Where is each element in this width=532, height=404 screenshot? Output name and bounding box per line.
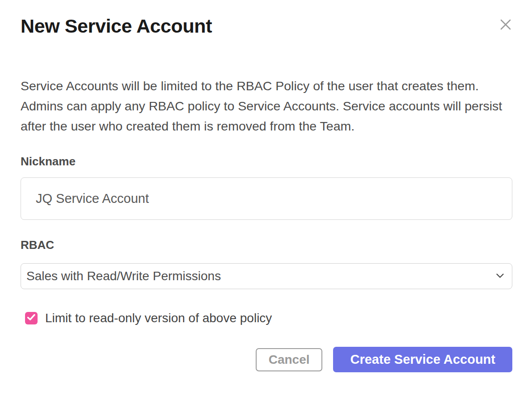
modal-header: New Service Account bbox=[21, 15, 512, 37]
rbac-label: RBAC bbox=[21, 238, 512, 252]
close-button[interactable] bbox=[499, 18, 512, 31]
nickname-input[interactable] bbox=[21, 177, 512, 220]
modal-description: Service Accounts will be limited to the … bbox=[21, 76, 512, 136]
rbac-selected-value: Sales with Read/Write Permissions bbox=[26, 269, 221, 283]
rbac-select[interactable]: Sales with Read/Write Permissions bbox=[21, 263, 512, 289]
limit-readonly-label: Limit to read-only version of above poli… bbox=[45, 311, 272, 325]
cancel-button[interactable]: Cancel bbox=[256, 348, 323, 371]
close-icon bbox=[499, 26, 512, 33]
checkmark-icon bbox=[27, 314, 35, 322]
modal-title: New Service Account bbox=[21, 15, 212, 37]
new-service-account-modal: New Service Account Service Accounts wil… bbox=[0, 0, 532, 404]
create-service-account-button[interactable]: Create Service Account bbox=[333, 347, 512, 372]
limit-readonly-row: Limit to read-only version of above poli… bbox=[25, 311, 512, 325]
modal-footer: Cancel Create Service Account bbox=[21, 347, 512, 372]
limit-readonly-checkbox[interactable] bbox=[25, 312, 38, 324]
chevron-down-icon bbox=[496, 272, 504, 280]
nickname-label: Nickname bbox=[21, 154, 512, 168]
